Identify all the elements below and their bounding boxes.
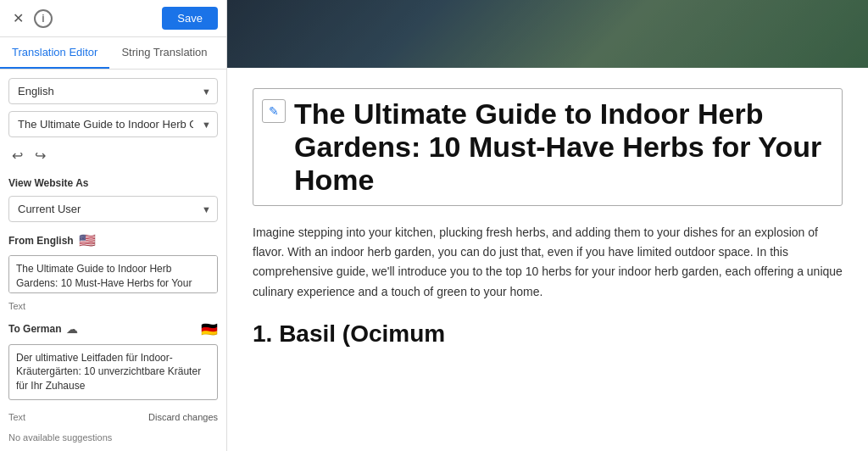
save-button[interactable]: Save xyxy=(162,7,218,30)
next-arrow-button[interactable]: ↪ xyxy=(31,146,49,165)
tabs: Translation Editor String Translation xyxy=(0,37,226,70)
tab-string-translation[interactable]: String Translation xyxy=(109,37,219,69)
view-as-dropdown[interactable]: Current User xyxy=(8,196,218,222)
to-german-textarea[interactable] xyxy=(8,344,218,400)
post-dropdown[interactable]: The Ultimate Guide to Indoor Herb Garden… xyxy=(8,111,218,137)
info-icon[interactable]: i xyxy=(34,9,53,28)
intro-text: Imagine stepping into your kitchen, pluc… xyxy=(253,223,843,301)
to-german-label: To German xyxy=(8,323,61,335)
panel-content: English ▼ The Ultimate Guide to Indoor H… xyxy=(0,70,226,451)
hero-image xyxy=(227,0,868,68)
left-panel: ✕ i Save Translation Editor String Trans… xyxy=(0,0,227,451)
no-suggestions-text: No available suggestions xyxy=(8,432,218,443)
german-textarea-wrap: ← xyxy=(8,344,218,404)
view-as-dropdown-wrap: Current User ▼ xyxy=(8,196,218,222)
main-title: The Ultimate Guide to Indoor Herb Garden… xyxy=(294,97,833,197)
hero-overlay xyxy=(227,0,868,68)
right-panel: ✎ The Ultimate Guide to Indoor Herb Gard… xyxy=(227,0,868,451)
title-container: ✎ The Ultimate Guide to Indoor Herb Gard… xyxy=(253,88,843,206)
view-website-as-label: View Website As xyxy=(8,177,218,189)
edit-icon[interactable]: ✎ xyxy=(262,99,286,123)
to-german-header: To German ☁ 🇩🇪 xyxy=(8,321,218,337)
cloud-icon[interactable]: ☁ xyxy=(66,322,78,336)
post-dropdown-wrap: The Ultimate Guide to Indoor Herb Garden… xyxy=(8,111,218,137)
discard-changes-button[interactable]: Discard changes xyxy=(148,412,218,422)
tab-translation-editor[interactable]: Translation Editor xyxy=(0,37,109,69)
german-flag-icon: 🇩🇪 xyxy=(201,321,218,337)
from-english-textarea[interactable] xyxy=(8,255,218,293)
english-flag-icon: 🇺🇸 xyxy=(79,232,96,248)
from-english-label: From English 🇺🇸 xyxy=(8,232,218,248)
top-bar: ✕ i Save xyxy=(0,0,226,37)
nav-arrows: ↩ ↪ xyxy=(8,144,218,167)
discard-row: Text Discard changes xyxy=(8,412,218,422)
from-english-field-type: Text xyxy=(8,301,218,311)
content-area: ✎ The Ultimate Guide to Indoor Herb Gard… xyxy=(227,68,868,451)
language-dropdown-wrap: English ▼ xyxy=(8,78,218,104)
german-field-type: Text xyxy=(8,412,25,422)
section-1-heading: 1. Basil (Ocimum xyxy=(253,320,843,348)
prev-arrow-button[interactable]: ↩ xyxy=(8,146,26,165)
language-dropdown[interactable]: English xyxy=(8,78,218,104)
close-icon[interactable]: ✕ xyxy=(8,9,27,28)
